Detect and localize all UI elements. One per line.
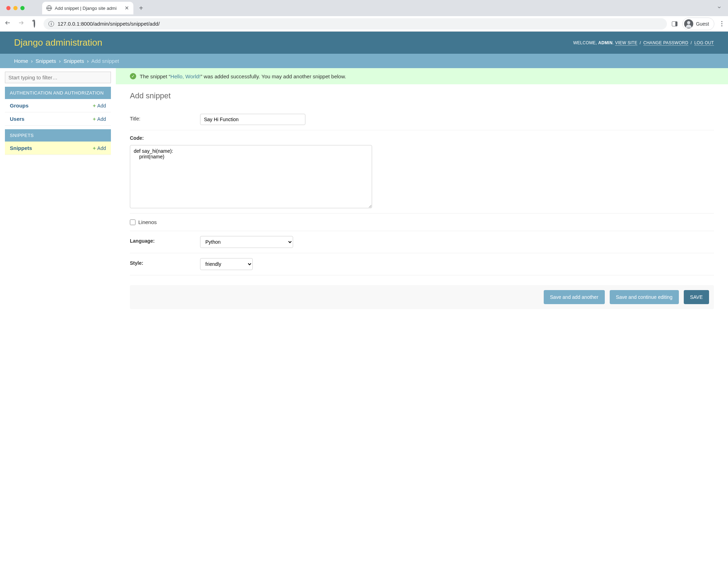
breadcrumb-current: Add snippet xyxy=(91,58,119,64)
reload-button[interactable] xyxy=(30,20,39,27)
field-row-style: Style: friendly xyxy=(130,253,714,275)
admin-header: Django administration WELCOME, ADMIN. VI… xyxy=(0,32,728,54)
style-select[interactable]: friendly xyxy=(200,258,253,270)
plus-icon: + xyxy=(93,103,96,109)
app-caption-snippets[interactable]: SNIPPETS xyxy=(5,129,111,142)
back-button[interactable] xyxy=(4,20,12,28)
app-caption-auth[interactable]: AUTHENTICATION AND AUTHORIZATION xyxy=(5,87,111,99)
forward-button[interactable] xyxy=(17,20,25,28)
tab-title: Add snippet | Django site admi xyxy=(55,6,117,11)
window-controls xyxy=(4,6,28,10)
field-row-title: Title: xyxy=(130,109,714,130)
code-textarea[interactable] xyxy=(130,145,372,208)
user-tools: WELCOME, ADMIN. VIEW SITE / CHANGE PASSW… xyxy=(573,40,714,45)
profile-chip[interactable]: Guest xyxy=(682,18,714,30)
save-button[interactable]: SAVE xyxy=(684,290,709,304)
field-row-code: Code: xyxy=(130,130,714,214)
style-label: Style: xyxy=(130,258,193,266)
globe-icon xyxy=(46,5,52,11)
model-link-snippets[interactable]: Snippets xyxy=(10,145,32,151)
add-link-users[interactable]: +Add xyxy=(93,116,106,122)
field-row-language: Language: Python xyxy=(130,231,714,253)
model-link-users[interactable]: Users xyxy=(10,116,25,122)
browser-menu-button[interactable] xyxy=(719,21,724,26)
close-window-icon[interactable] xyxy=(6,6,11,10)
content-inner: Add snippet Title: Code: Linenos Languag… xyxy=(116,84,728,323)
profile-label: Guest xyxy=(696,21,709,27)
nav-sidebar: AUTHENTICATION AND AUTHORIZATION Groups … xyxy=(0,68,116,323)
app-snippets: SNIPPETS Snippets +Add xyxy=(5,129,111,155)
change-password-link[interactable]: CHANGE PASSWORD xyxy=(643,40,688,46)
browser-tab[interactable]: Add snippet | Django site admi ✕ xyxy=(42,2,133,14)
plus-icon: + xyxy=(93,145,96,151)
language-select[interactable]: Python xyxy=(200,236,293,248)
model-row-groups: Groups +Add xyxy=(5,99,111,112)
side-panel-icon[interactable] xyxy=(672,21,677,26)
tabs-dropdown-icon[interactable] xyxy=(717,5,728,11)
branding[interactable]: Django administration xyxy=(14,37,102,48)
new-tab-button[interactable]: + xyxy=(133,4,149,12)
success-icon: ✓ xyxy=(130,73,136,79)
breadcrumb-model[interactable]: Snippets xyxy=(64,58,84,64)
plus-icon: + xyxy=(93,116,96,122)
logout-link[interactable]: LOG OUT xyxy=(694,40,714,46)
minimize-window-icon[interactable] xyxy=(13,6,18,10)
breadcrumb: Home › Snippets › Snippets › Add snippet xyxy=(0,54,728,68)
sidebar-filter-input[interactable] xyxy=(5,72,111,83)
browser-toolbar: i 127.0.0.1:8000/admin/snippets/snippet/… xyxy=(0,16,728,32)
breadcrumb-app[interactable]: Snippets xyxy=(35,58,56,64)
model-row-snippets: Snippets +Add xyxy=(5,142,111,155)
submit-row: Save and add another Save and continue e… xyxy=(130,285,714,309)
linenos-checkbox[interactable] xyxy=(130,219,135,225)
content: ✓ The snippet “Hello, World!” was added … xyxy=(116,68,728,323)
main-layout: AUTHENTICATION AND AUTHORIZATION Groups … xyxy=(0,68,728,323)
reload-icon xyxy=(34,19,35,28)
site-info-icon[interactable]: i xyxy=(48,21,54,27)
app-auth: AUTHENTICATION AND AUTHORIZATION Groups … xyxy=(5,87,111,126)
model-row-users: Users +Add xyxy=(5,112,111,126)
message-object-link[interactable]: Hello, World! xyxy=(171,73,201,79)
browser-chrome: Add snippet | Django site admi ✕ + i 127… xyxy=(0,0,728,32)
model-link-groups[interactable]: Groups xyxy=(10,103,28,109)
add-link-groups[interactable]: +Add xyxy=(93,103,106,109)
title-input[interactable] xyxy=(200,114,305,125)
title-label: Title: xyxy=(130,114,193,122)
avatar-icon xyxy=(684,19,693,28)
message-suffix: ” was added successfully. You may add an… xyxy=(200,73,346,79)
message-prefix: The snippet “ xyxy=(140,73,171,79)
save-continue-button[interactable]: Save and continue editing xyxy=(610,290,679,304)
linenos-label[interactable]: Linenos xyxy=(138,219,157,225)
page-title: Add snippet xyxy=(130,91,714,100)
save-add-another-button[interactable]: Save and add another xyxy=(544,290,605,304)
maximize-window-icon[interactable] xyxy=(20,6,25,10)
username: ADMIN xyxy=(598,40,613,45)
breadcrumb-home[interactable]: Home xyxy=(14,58,28,64)
welcome-text: WELCOME, xyxy=(573,40,598,45)
close-tab-icon[interactable]: ✕ xyxy=(125,5,129,11)
success-message: ✓ The snippet “Hello, World!” was added … xyxy=(116,68,728,84)
code-label: Code: xyxy=(130,135,144,141)
url-text: 127.0.0.1:8000/admin/snippets/snippet/ad… xyxy=(58,21,160,27)
view-site-link[interactable]: VIEW SITE xyxy=(615,40,637,46)
tab-strip: Add snippet | Django site admi ✕ + xyxy=(0,0,728,16)
language-label: Language: xyxy=(130,236,193,244)
address-bar[interactable]: i 127.0.0.1:8000/admin/snippets/snippet/… xyxy=(44,18,667,29)
field-row-linenos: Linenos xyxy=(130,214,714,231)
add-link-snippets[interactable]: +Add xyxy=(93,145,106,151)
